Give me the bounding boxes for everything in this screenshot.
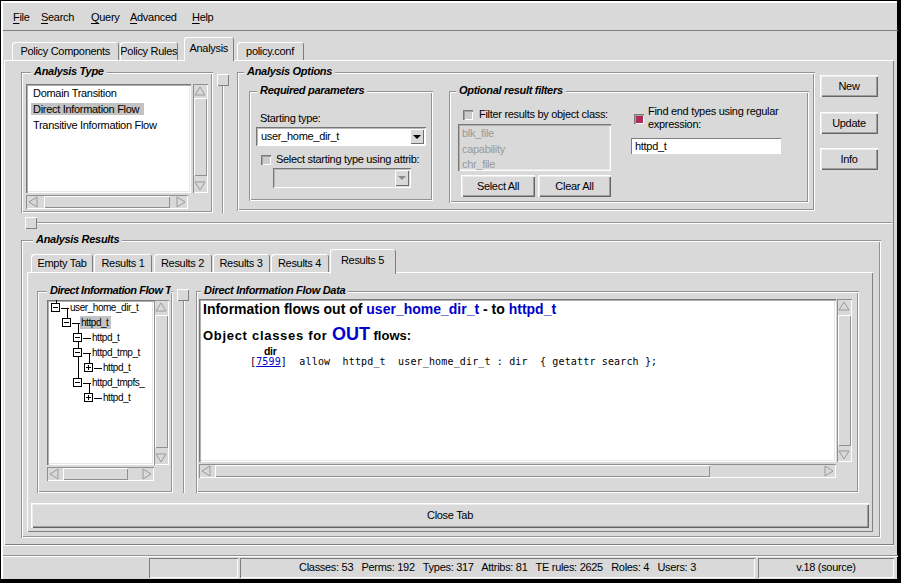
rule-text: allow httpd_t user_home_dir_t : dir { ge…: [287, 356, 657, 367]
rule-id-link[interactable]: 7599: [256, 356, 281, 367]
tree-node-label[interactable]: httpd_tmp_t: [91, 346, 143, 359]
object-class-checkbox[interactable]: [463, 110, 473, 120]
menu-query[interactable]: Query: [89, 4, 121, 30]
new-button[interactable]: New: [820, 75, 878, 97]
scrollbar-thumb[interactable]: [155, 315, 168, 448]
attrib-checkbox[interactable]: [261, 155, 271, 165]
chevron-down-icon: [398, 176, 406, 180]
object-class-checkbox-label: Filter results by object class:: [479, 108, 608, 120]
scroll-right-icon[interactable]: [141, 468, 153, 480]
tab-policy-conf[interactable]: policy.conf: [237, 42, 304, 60]
analysis-type-item[interactable]: Domain Transition: [33, 86, 122, 102]
close-tab-button[interactable]: Close Tab: [31, 503, 869, 528]
vertical-sash-handle[interactable]: [217, 74, 229, 86]
heading-source-type: user_home_dir_t: [366, 301, 479, 317]
tab-label: Results 4: [271, 254, 329, 272]
update-button[interactable]: Update: [820, 112, 878, 134]
scroll-down-icon[interactable]: [194, 180, 206, 192]
tree-node-label[interactable]: user_home_dir_t: [69, 301, 141, 314]
tree-expander-minus[interactable]: [73, 348, 82, 357]
scroll-down-icon[interactable]: [838, 449, 850, 461]
tree-node-label[interactable]: httpd_t: [80, 316, 111, 329]
tab-label: policy.conf: [237, 42, 304, 60]
tree-node-label[interactable]: httpd_tmpfs_: [91, 376, 147, 389]
status-stats: Classes: 53 Perms: 192 Types: 317 Attrib…: [240, 558, 755, 578]
analysis-type-item[interactable]: Transitive Information Flow: [33, 118, 162, 134]
tree-connector: [83, 383, 91, 384]
tree-node-label[interactable]: httpd_t: [102, 361, 133, 374]
tab-results-2[interactable]: Results 2: [154, 254, 212, 272]
tab-policy-components[interactable]: Policy Components: [12, 42, 119, 60]
scroll-up-icon[interactable]: [838, 300, 850, 312]
tree-connector: [83, 353, 91, 354]
flow-data-text[interactable]: Information flows out of user_home_dir_t…: [199, 299, 836, 462]
scroll-up-icon[interactable]: [155, 301, 167, 313]
tab-results-4[interactable]: Results 4: [271, 254, 329, 272]
analysis-type-vscrollbar[interactable]: [193, 84, 208, 193]
scrollbar-thumb[interactable]: [44, 196, 170, 208]
tab-label: Policy Rules: [120, 42, 178, 60]
select-all-button[interactable]: Select All: [461, 175, 535, 197]
tree-expander-plus[interactable]: [84, 363, 93, 372]
menu-search[interactable]: Search: [39, 4, 76, 30]
analysis-results-title: Analysis Results: [33, 233, 122, 246]
tab-results-1[interactable]: Results 1: [94, 254, 152, 272]
tree-node-label[interactable]: httpd_t: [102, 391, 133, 404]
tree-expander-minus[interactable]: [62, 318, 71, 327]
regex-checkbox[interactable]: [634, 114, 644, 124]
scroll-left-icon[interactable]: [27, 196, 39, 208]
info-button[interactable]: Info: [820, 148, 878, 170]
menu-advanced[interactable]: Advanced: [128, 4, 179, 30]
object-class-item: blk_file: [462, 128, 499, 144]
tree-hscrollbar[interactable]: [47, 467, 154, 481]
tab-empty-tab[interactable]: Empty Tab: [31, 254, 93, 272]
scrollbar-thumb[interactable]: [194, 98, 207, 176]
clear-all-button[interactable]: Clear All: [538, 175, 611, 197]
status-version: v.18 (source): [758, 558, 894, 578]
analysis-type-item[interactable]: Direct Information Flow: [33, 102, 144, 118]
scrollbar-thumb[interactable]: [63, 468, 128, 480]
heading-target-type: httpd_t: [509, 301, 556, 317]
tree-expander-minus[interactable]: [51, 303, 60, 312]
tab-policy-rules[interactable]: Policy Rules: [120, 42, 178, 60]
scroll-up-icon[interactable]: [194, 85, 206, 97]
tab-label: Policy Components: [12, 42, 119, 60]
vertical-sash[interactable]: [222, 86, 224, 213]
tab-label: Results 5: [330, 249, 396, 271]
tree-node-label[interactable]: httpd_t: [91, 331, 122, 344]
scroll-down-icon[interactable]: [155, 452, 167, 464]
scroll-right-icon[interactable]: [175, 196, 187, 208]
horizontal-sash[interactable]: [37, 222, 892, 224]
scrollbar-thumb[interactable]: [215, 465, 710, 477]
flow-tree[interactable]: user_home_dir_thttpd_thttpd_thttpd_tmp_t…: [47, 300, 154, 465]
tab-results-3[interactable]: Results 3: [213, 254, 270, 272]
tree-connector: [61, 308, 69, 309]
tree-vscrollbar[interactable]: [154, 300, 169, 465]
horizontal-sash-handle[interactable]: [25, 217, 37, 229]
object-class-listbox: blk_filecapabilitychr_file: [458, 124, 611, 171]
tab-results-5[interactable]: Results 5: [330, 249, 396, 274]
tab-analysis[interactable]: Analysis: [184, 37, 234, 61]
flow-data-title: Direct Information Flow Data: [201, 284, 348, 297]
scroll-left-icon[interactable]: [200, 465, 212, 477]
scroll-left-icon[interactable]: [48, 468, 60, 480]
tree-expander-plus[interactable]: [84, 393, 93, 402]
menu-file[interactable]: File: [11, 4, 32, 30]
combo-arrow-button[interactable]: [410, 129, 424, 144]
scrollbar-thumb[interactable]: [838, 315, 851, 446]
data-hscrollbar[interactable]: [199, 464, 836, 478]
scroll-right-icon[interactable]: [823, 465, 835, 477]
results-sash-handle[interactable]: [177, 289, 189, 301]
data-vscrollbar[interactable]: [837, 299, 852, 462]
tree-expander-minus[interactable]: [73, 378, 82, 387]
tree-expander-minus[interactable]: [73, 333, 82, 342]
starting-type-combobox[interactable]: user_home_dir_t: [256, 127, 426, 146]
menu-help[interactable]: Help: [190, 4, 215, 30]
analysis-type-hscrollbar[interactable]: [26, 195, 188, 209]
results-sash[interactable]: [183, 301, 185, 493]
tab-label: Results 2: [154, 254, 212, 272]
apol-window: FileSearchQueryAdvancedHelp Policy Compo…: [0, 0, 901, 583]
analysis-type-listbox[interactable]: Domain TransitionDirect Information Flow…: [26, 84, 191, 193]
regex-entry[interactable]: httpd_t: [631, 138, 781, 154]
object-classes-line: Object classes for OUT flows:: [203, 324, 411, 345]
